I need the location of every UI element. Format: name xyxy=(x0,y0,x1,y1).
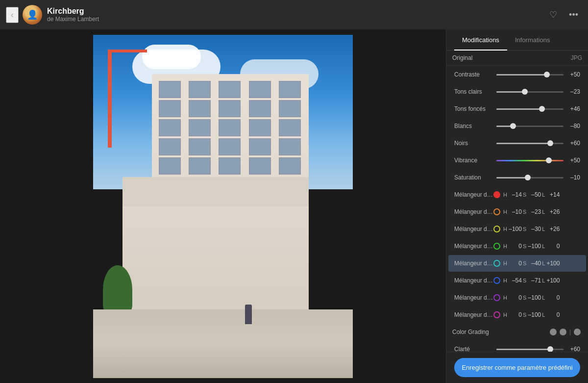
mixer-yellow-l: +26 xyxy=(546,226,560,232)
mixer-cyan-label: Mélangeur de c... xyxy=(454,260,493,267)
cg-dot-2[interactable] xyxy=(560,329,566,335)
mixer-red-row[interactable]: Mélangeur de c... H –14 S –50 L +14 xyxy=(448,186,586,203)
mixer-magenta-dot xyxy=(493,311,500,318)
panel-content[interactable]: Original JPG Contraste +50 Tons clairs –… xyxy=(446,51,588,352)
clarte-label: Clarté xyxy=(454,346,493,352)
mixer-purple-dot xyxy=(493,294,500,301)
tons-fonces-value: +46 xyxy=(566,105,580,112)
contraste-label: Contraste xyxy=(454,71,493,78)
mixer-magenta-h: 0 xyxy=(508,311,522,318)
mixer-blue-label: Mélangeur de c... xyxy=(454,277,493,284)
blancs-label: Blancs xyxy=(454,123,493,129)
mixer-magenta-row[interactable]: Mélangeur de c... H 0 S –100 L 0 xyxy=(448,306,586,323)
mixer-green-dot xyxy=(493,243,500,250)
color-grading-label: Color Grading xyxy=(452,329,548,335)
mixer-green-h: 0 xyxy=(508,243,522,250)
mixer-purple-l: 0 xyxy=(546,294,560,301)
person xyxy=(245,305,252,324)
crane xyxy=(108,50,112,148)
mixer-blue-h: –54 xyxy=(508,277,522,284)
photo-title: Kirchberg xyxy=(47,7,545,16)
noirs-slider[interactable] xyxy=(496,143,564,144)
saturation-slider[interactable] xyxy=(496,177,564,179)
mixer-purple-label: Mélangeur de c... xyxy=(454,294,493,301)
row-contraste: Contraste +50 xyxy=(448,66,586,83)
mixer-purple-row[interactable]: Mélangeur de c... H 0 S –100 L 0 xyxy=(448,289,586,306)
top-bar: ‹ 👤 Kirchberg de Maxime Lambert ♡ ••• xyxy=(0,0,588,29)
saturation-value: –10 xyxy=(566,174,580,181)
panel-tabs: Modifications Informations xyxy=(446,29,588,51)
blancs-slider[interactable] xyxy=(496,126,564,127)
tons-fonces-label: Tons foncés xyxy=(454,105,493,112)
mixer-blue-l: +100 xyxy=(546,277,560,284)
mixer-green-l: 0 xyxy=(546,243,560,250)
crane-arm xyxy=(108,50,147,52)
mixer-orange-l: +26 xyxy=(546,208,560,215)
mixer-magenta-l: 0 xyxy=(546,311,560,318)
ground xyxy=(93,309,353,378)
mixer-cyan-row[interactable]: Mélangeur de c... H 0 S –40 L +100 xyxy=(448,255,586,272)
mixer-yellow-h: –100 xyxy=(508,226,522,232)
tons-fonces-slider[interactable] xyxy=(496,108,564,110)
clarte-slider[interactable] xyxy=(496,349,564,350)
row-tons-fonces: Tons foncés +46 xyxy=(448,101,586,117)
original-value: JPG xyxy=(571,54,582,61)
tab-modifications[interactable]: Modifications xyxy=(454,29,507,51)
vibrance-value: +50 xyxy=(566,157,580,164)
panel-footer: Enregistrer comme paramètre prédéfini xyxy=(446,352,588,383)
row-noirs: Noirs +60 xyxy=(448,135,586,152)
back-button[interactable]: ‹ xyxy=(6,7,19,23)
more-button[interactable]: ••• xyxy=(565,8,582,22)
mixer-cyan-l: +100 xyxy=(546,260,560,267)
right-panel: Modifications Informations Original JPG … xyxy=(446,29,588,383)
mixer-cyan-s: –40 xyxy=(527,260,541,267)
tree xyxy=(103,265,132,314)
mixer-blue-row[interactable]: Mélangeur de c... H –54 S –71 L +100 xyxy=(448,272,586,289)
mixer-orange-dot xyxy=(493,208,500,215)
row-blancs: Blancs –80 xyxy=(448,118,586,134)
noirs-value: +60 xyxy=(566,140,580,147)
mixer-red-dot xyxy=(493,191,500,198)
mixer-cyan-h: 0 xyxy=(508,260,522,267)
contraste-slider[interactable] xyxy=(496,74,564,76)
mixer-green-s: –100 xyxy=(527,243,541,250)
cloud2 xyxy=(142,45,201,69)
mixer-purple-s: –100 xyxy=(527,294,541,301)
mixer-green-row[interactable]: Mélangeur de c... H 0 S –100 L 0 xyxy=(448,238,586,255)
building-lower xyxy=(122,206,309,314)
mixer-magenta-label: Mélangeur de c... xyxy=(454,311,493,318)
mixer-cyan-dot xyxy=(493,260,500,267)
mixer-red-h: –14 xyxy=(508,191,522,198)
save-preset-button[interactable]: Enregistrer comme paramètre prédéfini xyxy=(454,358,580,377)
tons-clairs-value: –23 xyxy=(566,88,580,95)
original-row: Original JPG xyxy=(446,51,588,66)
vibrance-slider[interactable] xyxy=(496,160,564,161)
blancs-value: –80 xyxy=(566,123,580,129)
tons-clairs-slider[interactable] xyxy=(496,91,564,93)
row-tons-clairs: Tons clairs –23 xyxy=(448,83,586,100)
tab-informations[interactable]: Informations xyxy=(507,29,558,51)
mixer-green-label: Mélangeur de c... xyxy=(454,243,493,250)
mixer-yellow-s: –30 xyxy=(527,226,541,232)
contraste-value: +50 xyxy=(566,71,580,78)
favorite-button[interactable]: ♡ xyxy=(545,7,561,22)
top-actions: ♡ ••• xyxy=(545,7,582,22)
vibrance-label: Vibrance xyxy=(454,157,493,164)
mixer-red-label: Mélangeur de c... xyxy=(454,191,493,198)
noirs-label: Noirs xyxy=(454,140,493,147)
saturation-label: Saturation xyxy=(454,174,493,181)
cg-dot-1[interactable] xyxy=(550,329,557,335)
mixer-blue-s: –71 xyxy=(527,277,541,284)
cg-divider: | xyxy=(569,329,571,335)
mixer-magenta-s: –100 xyxy=(527,311,541,318)
mixer-yellow-label: Mélangeur de c... xyxy=(454,226,493,232)
mixer-blue-dot xyxy=(493,277,500,284)
cg-dot-3[interactable] xyxy=(574,329,581,335)
clarte-value: +60 xyxy=(566,346,580,352)
mixer-yellow-row[interactable]: Mélangeur de c... H –100 S –30 L +26 xyxy=(448,221,586,237)
main-content: Modifications Informations Original JPG … xyxy=(0,29,588,383)
title-area: Kirchberg de Maxime Lambert xyxy=(47,7,545,23)
mixer-orange-row[interactable]: Mélangeur de c... H –10 S –23 L +26 xyxy=(448,204,586,220)
photo xyxy=(93,35,353,378)
mixer-orange-label: Mélangeur de c... xyxy=(454,208,493,215)
